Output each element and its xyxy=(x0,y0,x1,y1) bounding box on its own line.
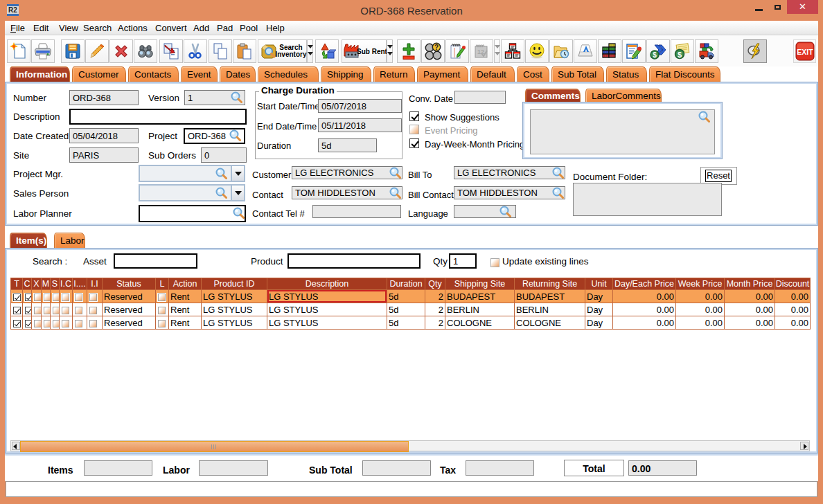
svg-text:?: ? xyxy=(434,44,439,51)
svg-text:EXIT: EXIT xyxy=(797,48,813,56)
svg-text:$: $ xyxy=(678,51,682,59)
svg-text:12: 12 xyxy=(477,48,484,55)
svg-text:$: $ xyxy=(653,51,657,59)
